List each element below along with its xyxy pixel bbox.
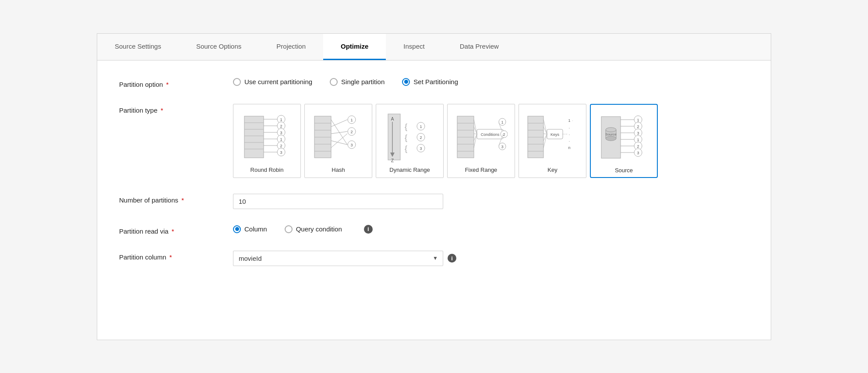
svg-text:n: n	[568, 146, 570, 150]
svg-line-87	[543, 134, 547, 134]
svg-rect-55	[457, 116, 474, 158]
hash-label: Hash	[332, 167, 345, 173]
svg-line-88	[543, 134, 547, 141]
tab-optimize[interactable]: Optimize	[323, 34, 386, 60]
svg-line-67	[474, 134, 477, 148]
svg-text:1: 1	[501, 120, 503, 124]
svg-text:·: ·	[568, 132, 570, 137]
svg-rect-24	[314, 116, 331, 158]
tab-data-preview[interactable]: Data Preview	[442, 34, 516, 60]
radio-query-condition[interactable]: Query condition	[285, 225, 342, 233]
partition-column-label: Partition column *	[119, 251, 233, 261]
partition-option-control: Use current partitioning Single partitio…	[233, 78, 749, 86]
svg-text:1: 1	[637, 118, 639, 122]
svg-line-89	[543, 134, 547, 148]
svg-text:A: A	[391, 117, 394, 121]
key-label: Key	[547, 167, 557, 173]
card-fixed-range[interactable]: Conditions 1	[447, 104, 515, 178]
number-of-partitions-input[interactable]	[233, 194, 443, 209]
partition-read-via-radio-group: Column Query condition i	[233, 225, 373, 234]
tab-bar: Source Settings Source Options Projectio…	[97, 34, 771, 60]
tab-source-options[interactable]: Source Options	[179, 34, 259, 60]
svg-text:Conditions: Conditions	[480, 132, 499, 137]
svg-point-99	[606, 128, 616, 132]
number-of-partitions-control	[233, 194, 749, 209]
radio-circle-set	[402, 78, 410, 86]
svg-text:Source: Source	[605, 132, 617, 136]
radio-set-partitioning[interactable]: Set Partitioning	[402, 78, 458, 86]
radio-use-current[interactable]: Use current partitioning	[233, 78, 312, 86]
svg-text:·: ·	[572, 118, 573, 123]
svg-point-100	[606, 136, 616, 141]
number-of-partitions-label: Number of partitions *	[119, 194, 233, 204]
fixed-range-diagram: Conditions 1	[455, 110, 508, 167]
svg-text:Z: Z	[391, 158, 393, 163]
svg-text:{: {	[405, 133, 407, 142]
partition-column-control: movieId ▼ i	[233, 251, 749, 266]
svg-text:2: 2	[503, 132, 505, 137]
partition-column-select-wrapper: movieId ▼	[233, 251, 443, 266]
radio-single-partition[interactable]: Single partition	[330, 78, 385, 86]
svg-text:1: 1	[280, 137, 282, 142]
svg-text:1: 1	[420, 124, 422, 129]
partition-type-label: Partition type *	[119, 104, 233, 114]
radio-circle-single	[330, 78, 338, 86]
fixed-range-label: Fixed Range	[465, 167, 498, 173]
dynamic-range-label: Dynamic Range	[389, 167, 430, 173]
svg-text:3: 3	[637, 131, 639, 135]
svg-line-63	[474, 120, 477, 134]
card-source[interactable]: Source 1 2 3	[590, 104, 658, 178]
card-dynamic-range[interactable]: A Z { { { 1	[376, 104, 444, 178]
card-hash[interactable]: 1 2 3 Hash	[304, 104, 372, 178]
tab-source-settings[interactable]: Source Settings	[97, 34, 179, 60]
svg-text:3: 3	[501, 145, 503, 149]
round-robin-label: Round Robin	[251, 167, 284, 173]
svg-text:1: 1	[350, 118, 353, 122]
card-round-robin[interactable]: 1 2 3 1 2	[233, 104, 301, 178]
svg-text:2: 2	[350, 130, 353, 134]
svg-text:2: 2	[637, 124, 639, 129]
svg-text:1: 1	[637, 138, 639, 142]
svg-text:3: 3	[280, 131, 282, 135]
svg-line-86	[543, 127, 547, 134]
svg-text:3: 3	[637, 151, 639, 155]
partition-column-info-icon[interactable]: i	[448, 254, 456, 263]
svg-text:2: 2	[280, 144, 282, 148]
partition-option-radio-group: Use current partitioning Single partitio…	[233, 78, 458, 86]
content-area: Partition option * Use current partition…	[97, 60, 771, 299]
radio-circle-column	[233, 225, 241, 233]
svg-text:·: ·	[568, 139, 570, 143]
partition-type-row: Partition type *	[119, 104, 749, 178]
svg-text:3: 3	[420, 146, 422, 151]
svg-text:1: 1	[568, 118, 570, 123]
partition-option-row: Partition option * Use current partition…	[119, 78, 749, 88]
svg-line-64	[474, 127, 477, 134]
partition-column-row: Partition column * movieId ▼ i	[119, 251, 749, 266]
main-container: Source Settings Source Options Projectio…	[97, 33, 771, 340]
tab-inspect[interactable]: Inspect	[386, 34, 442, 60]
svg-text:2: 2	[280, 124, 282, 128]
svg-text:{: {	[405, 144, 407, 153]
svg-text:2: 2	[637, 144, 639, 149]
partition-read-via-info-icon[interactable]: i	[364, 225, 373, 234]
svg-line-85	[543, 120, 547, 134]
partition-read-via-label: Partition read via *	[119, 225, 233, 235]
svg-text:{: {	[405, 122, 407, 131]
svg-text:3: 3	[350, 143, 353, 147]
partition-column-select[interactable]: movieId	[233, 251, 443, 266]
svg-text:1: 1	[280, 117, 282, 122]
svg-rect-77	[528, 116, 543, 158]
number-of-partitions-row: Number of partitions *	[119, 194, 749, 209]
partition-option-label: Partition option *	[119, 78, 233, 88]
key-diagram: Keys 1 · ·	[526, 110, 579, 167]
radio-circle-use-current	[233, 78, 241, 86]
tab-projection[interactable]: Projection	[259, 34, 323, 60]
partition-type-control: 1 2 3 1 2	[233, 104, 749, 178]
card-key[interactable]: Keys 1 · ·	[519, 104, 586, 178]
source-diagram: Source 1 2 3	[598, 110, 650, 167]
radio-column[interactable]: Column	[233, 225, 267, 233]
dynamic-range-diagram: A Z { { { 1	[384, 110, 436, 167]
svg-line-66	[474, 134, 477, 141]
svg-rect-0	[244, 116, 264, 158]
svg-text:3: 3	[280, 150, 282, 155]
